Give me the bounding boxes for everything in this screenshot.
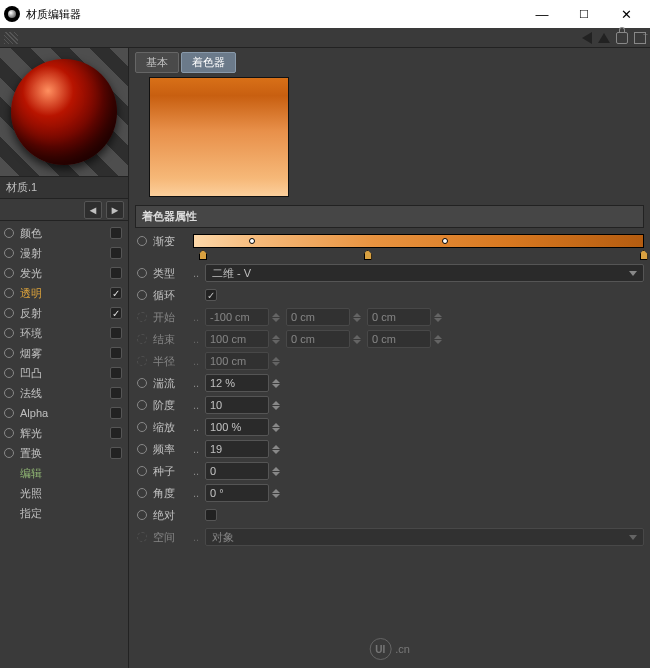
checkbox[interactable] <box>110 447 122 459</box>
spinner-icon[interactable] <box>272 462 282 480</box>
radio-icon[interactable] <box>4 308 14 318</box>
seed-input[interactable]: 0 <box>205 462 269 480</box>
spinner-icon[interactable] <box>272 396 282 414</box>
cycle-checkbox[interactable]: ✓ <box>205 289 217 301</box>
channel-reflection[interactable]: 反射 <box>18 306 106 321</box>
radio-icon[interactable] <box>4 248 14 258</box>
anim-dot[interactable] <box>137 510 147 520</box>
gradient-editor[interactable] <box>193 234 644 248</box>
anim-dot[interactable] <box>137 400 147 410</box>
gradient-knot[interactable] <box>199 250 207 260</box>
radio-icon[interactable] <box>4 448 14 458</box>
anim-dot[interactable] <box>137 268 147 278</box>
item-edit[interactable]: 编辑 <box>18 466 122 481</box>
material-preview[interactable] <box>0 48 128 176</box>
toolbar: + <box>0 28 650 48</box>
gradient-knot[interactable] <box>364 250 372 260</box>
checkbox[interactable] <box>110 227 122 239</box>
checkbox[interactable] <box>110 367 122 379</box>
radio-icon[interactable] <box>4 328 14 338</box>
label-turbulence: 湍流 <box>153 376 189 391</box>
octaves-input[interactable]: 10 <box>205 396 269 414</box>
anim-dot[interactable] <box>137 444 147 454</box>
radio-icon[interactable] <box>4 428 14 438</box>
radio-icon[interactable] <box>4 368 14 378</box>
radio-icon[interactable] <box>4 228 14 238</box>
gradient-handle[interactable] <box>442 238 448 244</box>
absolute-checkbox[interactable] <box>205 509 217 521</box>
spinner-icon[interactable] <box>272 418 282 436</box>
checkbox[interactable] <box>110 267 122 279</box>
anim-dot[interactable] <box>137 422 147 432</box>
radio-icon[interactable] <box>4 288 14 298</box>
checkbox[interactable]: ✓ <box>110 307 122 319</box>
checkbox[interactable] <box>110 427 122 439</box>
label-cycle: 循环 <box>153 288 189 303</box>
channel-environment[interactable]: 环境 <box>18 326 106 341</box>
channel-list: 颜色 漫射 发光 透明✓ 反射✓ 环境 烟雾 凹凸 法线 Alpha 辉光 置换… <box>0 221 128 525</box>
nav-right-button[interactable]: ► <box>106 201 124 219</box>
gradient-handle[interactable] <box>249 238 255 244</box>
spinner-icon <box>353 308 363 326</box>
checkbox[interactable] <box>110 407 122 419</box>
gradient-knot[interactable] <box>640 250 648 260</box>
properties-panel: 基本 着色器 着色器属性 渐变 类型.. 二维 - V 循环 ✓ <box>128 48 650 668</box>
tab-basic[interactable]: 基本 <box>135 52 179 73</box>
spinner-icon <box>434 330 444 348</box>
frequency-input[interactable]: 19 <box>205 440 269 458</box>
anim-dot[interactable] <box>137 236 147 246</box>
radio-icon[interactable] <box>4 268 14 278</box>
type-dropdown[interactable]: 二维 - V <box>205 264 644 282</box>
lock-icon[interactable] <box>616 32 628 44</box>
tab-shader[interactable]: 着色器 <box>181 52 236 73</box>
channel-fog[interactable]: 烟雾 <box>18 346 106 361</box>
minimize-button[interactable]: — <box>530 2 554 26</box>
channel-bump[interactable]: 凹凸 <box>18 366 106 381</box>
checkbox[interactable] <box>110 347 122 359</box>
checkbox[interactable] <box>110 327 122 339</box>
space-dropdown: 对象 <box>205 528 644 546</box>
spinner-icon[interactable] <box>272 374 282 392</box>
label-start: 开始 <box>153 310 189 325</box>
maximize-button[interactable]: ☐ <box>572 2 596 26</box>
item-assign[interactable]: 指定 <box>18 506 122 521</box>
checkbox[interactable]: ✓ <box>110 287 122 299</box>
anim-dot[interactable] <box>137 466 147 476</box>
angle-input[interactable]: 0 ° <box>205 484 269 502</box>
radio-icon[interactable] <box>4 408 14 418</box>
turbulence-input[interactable]: 12 % <box>205 374 269 392</box>
label-space: 空间 <box>153 530 189 545</box>
radio-icon[interactable] <box>4 348 14 358</box>
channel-displacement[interactable]: 置换 <box>18 446 106 461</box>
material-name[interactable]: 材质.1 <box>0 176 128 199</box>
left-panel: 材质.1 ◄ ► 颜色 漫射 发光 透明✓ 反射✓ 环境 烟雾 凹凸 法线 Al… <box>0 48 128 668</box>
channel-normal[interactable]: 法线 <box>18 386 106 401</box>
close-button[interactable]: ✕ <box>614 2 638 26</box>
label-end: 结束 <box>153 332 189 347</box>
nav-left-button[interactable]: ◄ <box>84 201 102 219</box>
item-illumination[interactable]: 光照 <box>18 486 122 501</box>
anim-dot[interactable] <box>137 378 147 388</box>
channel-glow[interactable]: 辉光 <box>18 426 106 441</box>
texture-preview[interactable] <box>149 77 289 197</box>
new-window-icon[interactable]: + <box>634 32 646 44</box>
nav-prev-icon[interactable] <box>464 32 592 44</box>
anim-dot[interactable] <box>137 488 147 498</box>
checkbox[interactable] <box>110 387 122 399</box>
title-bar: 材质编辑器 — ☐ ✕ <box>0 0 650 28</box>
checkbox[interactable] <box>110 247 122 259</box>
channel-color[interactable]: 颜色 <box>18 226 106 241</box>
channel-transparency[interactable]: 透明 <box>18 286 106 301</box>
nav-up-icon[interactable] <box>598 33 610 43</box>
scale-input[interactable]: 100 % <box>205 418 269 436</box>
radio-icon[interactable] <box>4 388 14 398</box>
spinner-icon[interactable] <box>272 484 282 502</box>
label-scale: 缩放 <box>153 420 189 435</box>
anim-dot <box>137 312 147 322</box>
window-title: 材质编辑器 <box>26 7 530 22</box>
spinner-icon[interactable] <box>272 440 282 458</box>
channel-diffuse[interactable]: 漫射 <box>18 246 106 261</box>
channel-alpha[interactable]: Alpha <box>18 407 106 419</box>
anim-dot[interactable] <box>137 290 147 300</box>
channel-luminance[interactable]: 发光 <box>18 266 106 281</box>
